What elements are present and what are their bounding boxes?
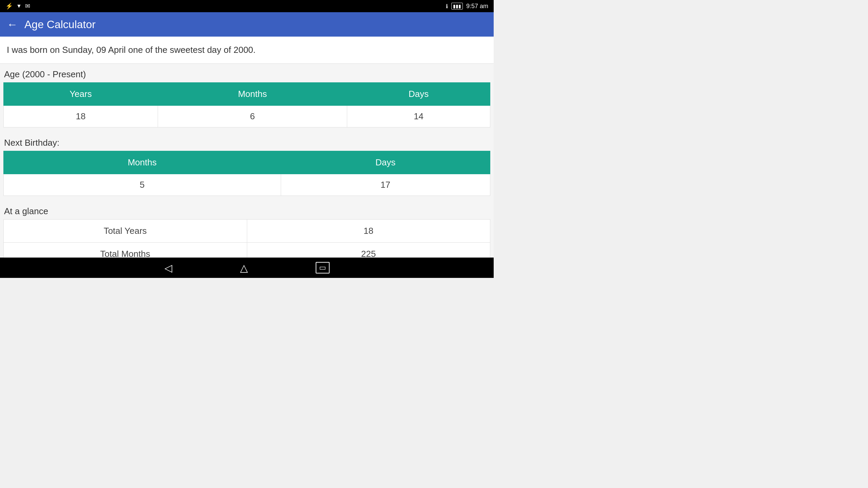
born-message: I was born on Sunday, 09 April one of th… [0,37,494,64]
glance-row: Total Years18 [4,220,490,243]
age-col-months: Months [158,83,347,106]
age-years-value: 18 [4,106,158,127]
app-title: Age Calculator [24,18,96,31]
glance-label: Total Years [4,220,247,243]
bottom-nav: ◁ △ ▭ [0,258,494,278]
mail-icon: ✉ [25,2,30,10]
glance-row: Total Months225 [4,243,490,258]
age-col-years: Years [4,83,158,106]
birthday-table: Months Days 5 17 [3,151,490,196]
usb-icon: ⚡ [5,2,13,10]
content-area: I was born on Sunday, 09 April one of th… [0,37,494,258]
bday-col-months: Months [4,151,281,174]
nav-recent-button[interactable]: ▭ [316,262,330,273]
age-col-days: Days [347,83,490,106]
status-bar-left: ⚡ ▼ ✉ [5,2,30,10]
bday-col-days: Days [281,151,490,174]
arrow-down-icon: ▼ [16,3,22,9]
age-days-value: 14 [347,106,490,127]
status-bar: ⚡ ▼ ✉ ℹ ▮▮▮ 9:57 am [0,0,494,12]
glance-value: 18 [247,220,490,243]
battery-indicator: ▮▮▮ [451,3,463,9]
glance-value: 225 [247,243,490,258]
nav-home-button[interactable]: △ [240,262,248,274]
glance-table: Total Years18Total Months225Total Weeks9… [3,219,490,258]
birthday-row: 5 17 [4,174,490,196]
age-section-label: Age (2000 - Present) [0,64,494,82]
glance-label: Total Months [4,243,247,258]
age-row: 18 6 14 [4,106,490,127]
nav-back-button[interactable]: ◁ [164,262,172,274]
birthday-section-label: Next Birthday: [0,132,494,151]
bday-days-value: 17 [281,174,490,196]
app-bar: ← Age Calculator [0,12,494,37]
age-months-value: 6 [158,106,347,127]
glance-section-label: At a glance [0,201,494,219]
status-bar-right: ℹ ▮▮▮ 9:57 am [446,3,488,10]
back-button[interactable]: ← [7,18,18,31]
info-icon: ℹ [446,3,448,9]
age-table: Years Months Days 18 6 14 [3,82,490,127]
bday-months-value: 5 [4,174,281,196]
time-display: 9:57 am [466,3,488,10]
